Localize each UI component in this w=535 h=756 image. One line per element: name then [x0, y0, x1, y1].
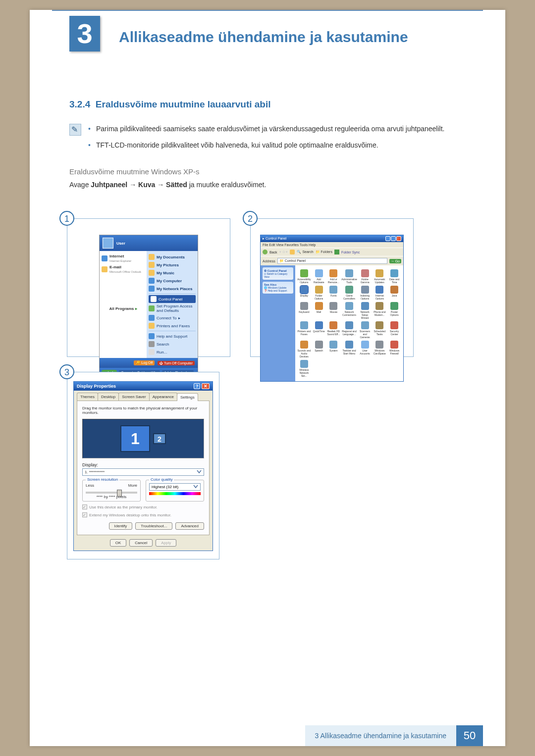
menu-item[interactable]: Search [149, 340, 196, 348]
search-label[interactable]: Search [302, 250, 313, 253]
control-panel-item[interactable]: Windows Firewall [387, 341, 401, 358]
control-panel-item[interactable]: System [327, 341, 341, 358]
cancel-button[interactable]: Cancel [129, 539, 153, 547]
control-panel-item[interactable]: Add or Remove... [327, 269, 341, 284]
control-panel-item[interactable]: Scanners and Cameras [358, 321, 372, 339]
extend-desktop-check[interactable]: ✓Extend my Windows desktop onto this mon… [82, 512, 204, 517]
advanced-button[interactable]: Advanced [175, 522, 204, 530]
window-menu-bar[interactable]: File Edit View Favorites Tools Help [261, 242, 403, 248]
menu-item[interactable]: Printers and Faxes [149, 322, 196, 330]
control-panel-item[interactable]: Wireless Network Set... [297, 360, 311, 377]
control-panel-item[interactable]: Add Hardware [312, 269, 326, 284]
switch-view-link[interactable]: Switch to Category View [264, 272, 287, 278]
menu-item[interactable]: Set Program Access and Defaults [149, 303, 196, 314]
back-icon[interactable] [263, 250, 268, 254]
primary-monitor-check[interactable]: ✓Use this device as the primary monitor. [82, 504, 204, 509]
minimize-icon[interactable] [385, 236, 390, 241]
menu-item[interactable]: My Documents [149, 253, 196, 261]
control-panel-item[interactable]: Mail [312, 302, 326, 319]
control-panel-item[interactable]: Keyboard [297, 302, 311, 319]
help-icon[interactable]: ? [194, 383, 201, 389]
troubleshoot-button[interactable]: Troubleshoot... [135, 522, 172, 530]
resolution-slider[interactable] [86, 492, 137, 494]
cp-item-icon [375, 321, 383, 329]
monitor-2-icon[interactable]: 2 [153, 433, 166, 444]
up-icon[interactable] [290, 250, 295, 254]
control-panel-item[interactable]: Phone and Modem... [373, 302, 386, 319]
control-panel-item[interactable]: Security Center [387, 321, 401, 339]
control-panel-item[interactable]: Date and Time [387, 269, 401, 284]
turn-off-button[interactable]: ⏻ Turn Off Computer [158, 361, 195, 365]
control-panel-window: ▸ Control Panel File Edit View Favorites… [260, 235, 404, 382]
control-panel-item[interactable]: Windows CardSpace [373, 341, 386, 358]
control-panel-item[interactable]: Speech [312, 341, 326, 358]
menu-item-internet[interactable]: InternetInternet Explorer [102, 253, 145, 264]
views-icon[interactable] [334, 250, 339, 254]
control-panel-item[interactable]: Game Controllers [341, 286, 357, 300]
tab-settings[interactable]: Settings [177, 393, 198, 401]
control-panel-item[interactable]: Indexing Options [358, 286, 372, 300]
folder-sync-label[interactable]: Folder Sync [341, 251, 360, 254]
apply-button[interactable]: Apply [156, 539, 176, 547]
menu-item[interactable]: Run... [149, 348, 196, 356]
cp-item-label: Taskbar and Start Menu [341, 349, 357, 355]
tab-screensaver[interactable]: Screen Saver [118, 393, 149, 401]
all-programs[interactable]: All Programs ▸ [102, 304, 145, 313]
control-panel-item[interactable]: Network Connections [341, 302, 357, 319]
monitor-1-icon[interactable]: 1 [120, 425, 150, 452]
menu-item[interactable]: Help and Support [149, 332, 196, 340]
control-panel-item[interactable]: User Accounts [358, 341, 372, 358]
control-panel-item[interactable]: Administrative Tools [341, 269, 357, 284]
close-icon[interactable]: ✕ [202, 383, 210, 389]
cp-item-label: System [327, 349, 341, 352]
control-panel-item[interactable]: Display [297, 286, 311, 300]
cp-item-label: Network Connections [341, 310, 357, 316]
tab-appearance[interactable]: Appearance [149, 393, 177, 401]
control-panel-item[interactable]: Printers and Faxes [297, 321, 311, 339]
menu-item[interactable]: Connect To ▸ [149, 314, 196, 322]
menu-item[interactable]: My Computer [149, 277, 196, 285]
menu-item-email[interactable]: E-mailMicrosoft Office Outlook [102, 264, 145, 275]
control-panel-item[interactable]: Mouse [327, 302, 341, 319]
color-quality-select[interactable]: Highest (32 bit) [149, 483, 201, 491]
maximize-icon[interactable] [391, 236, 396, 241]
control-panel-item[interactable]: Internet Options [373, 286, 386, 300]
control-panel-item[interactable]: Java [387, 286, 401, 300]
menu-item[interactable]: My Network Places [149, 285, 196, 293]
figure-number-badge: 1 [59, 211, 74, 226]
control-panel-item[interactable]: Network Setup Wizard [358, 302, 372, 319]
control-panel-item[interactable]: Scheduled Tasks [373, 321, 386, 339]
folders-label[interactable]: Folders [321, 250, 332, 253]
tab-themes[interactable]: Themes [77, 393, 98, 401]
control-panel-item[interactable]: QuickTime [312, 321, 326, 339]
ok-button[interactable]: OK [110, 539, 127, 547]
control-panel-item[interactable]: Taskbar and Start Menu [341, 341, 357, 358]
cp-item-icon [345, 341, 353, 349]
close-icon[interactable] [396, 236, 401, 241]
cp-item-label: Printers and Faxes [297, 330, 311, 336]
identify-button[interactable]: Identify [109, 522, 133, 530]
display-select[interactable]: 1. ********** [82, 468, 204, 476]
cp-item-icon [300, 286, 308, 294]
control-panel-item[interactable]: Folder Options [312, 286, 326, 300]
address-field[interactable]: 📁 Control Panel [277, 258, 387, 264]
control-panel-item[interactable]: Regional and Language... [341, 321, 357, 339]
log-off-button[interactable]: 🔑 Log Off [134, 360, 155, 365]
control-panel-item[interactable]: Automatic Updates [373, 269, 386, 284]
control-panel-item[interactable]: Realtek HD Sound Eff... [327, 321, 341, 339]
control-panel-item[interactable]: Power Options [387, 302, 401, 319]
control-panel-item[interactable]: Adobe Gamma [358, 269, 372, 284]
control-panel-item[interactable]: Sounds and Audio Devices [297, 341, 311, 358]
control-panel-icon [151, 296, 157, 302]
go-button[interactable]: → Go [389, 259, 401, 263]
help-support-link[interactable]: Help and Support [268, 289, 287, 292]
menu-item[interactable]: My Music [149, 269, 196, 277]
menu-item-control-panel[interactable]: Control Panel [149, 295, 196, 303]
menu-item[interactable]: My Pictures [149, 261, 196, 269]
cp-item-icon [345, 321, 353, 329]
tab-desktop[interactable]: Desktop [98, 393, 119, 401]
control-panel-item[interactable]: Fonts [327, 286, 341, 300]
sidebar: ⚙ Control Panel ⊙ Switch to Category Vie… [261, 265, 295, 381]
control-panel-item[interactable]: Accessibility Options [297, 269, 311, 284]
monitor-arrangement[interactable]: 1 2 [82, 419, 204, 458]
